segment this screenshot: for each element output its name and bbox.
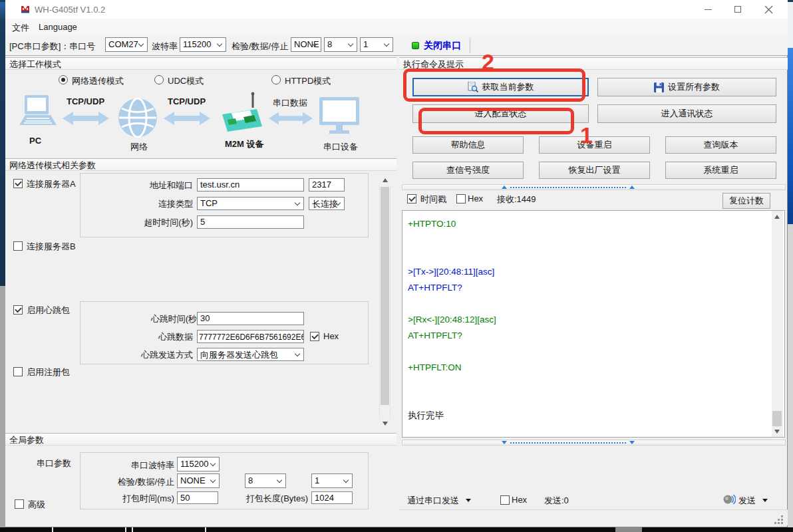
- dropdown-arrow-icon[interactable]: [466, 499, 471, 502]
- radio-udc-label[interactable]: UDC模式: [168, 75, 204, 87]
- log-line: [408, 248, 779, 264]
- tx-hex-label[interactable]: Hex: [512, 495, 527, 505]
- net-params-title: 网络透传模式相关参数: [9, 160, 96, 170]
- menu-file[interactable]: 文件: [12, 22, 29, 34]
- save-icon: [654, 82, 664, 92]
- register-checkbox[interactable]: [13, 367, 23, 376]
- server-b-label[interactable]: 连接服务器B: [27, 241, 76, 253]
- com-port-select[interactable]: COM27: [105, 37, 148, 52]
- maximize-icon: [734, 6, 741, 13]
- network-globe-icon: [117, 97, 158, 138]
- hb-hex-label[interactable]: Hex: [323, 331, 339, 341]
- server-port-input[interactable]: 2317: [309, 178, 345, 192]
- parity-select[interactable]: NONE: [291, 37, 321, 52]
- close-button[interactable]: [757, 2, 780, 17]
- send-dropdown-arrow-icon[interactable]: [762, 499, 768, 502]
- close-port-button[interactable]: 关闭串口: [424, 40, 461, 52]
- stopbits-select[interactable]: 1: [360, 37, 393, 52]
- left-scrollbar-down-button[interactable]: [379, 418, 391, 429]
- g-parity-select[interactable]: NONE: [177, 473, 220, 488]
- annotation-box-step2: [403, 68, 585, 102]
- log-scrollbar-up-button[interactable]: [772, 211, 782, 222]
- heartbeat-label[interactable]: 启用心跳包: [27, 305, 70, 317]
- log-line: [408, 344, 779, 360]
- speaker-icon: [722, 493, 736, 506]
- radio-udc-mode[interactable]: [154, 75, 164, 84]
- server-a-checkbox[interactable]: [13, 179, 23, 188]
- log-output[interactable]: +HTPTO:10 >[Tx->][20:48:11][asc]AT+HTPFL…: [402, 210, 785, 438]
- splitter-top-handle[interactable]: [502, 186, 635, 189]
- g-databits-select[interactable]: 8: [245, 473, 286, 488]
- signal-strength-label: 查信号强度: [446, 164, 490, 176]
- log-line: [408, 296, 779, 312]
- conn-type-label: 连接类型: [140, 198, 193, 210]
- menu-language[interactable]: Language: [39, 22, 77, 32]
- splitter-bottom-handle[interactable]: [502, 441, 635, 444]
- log-scrollbar-down-button[interactable]: [772, 426, 782, 437]
- global-params-title: 全局参数: [9, 435, 44, 445]
- pack-len-label: 打包长度(Bytes): [241, 493, 308, 505]
- advanced-checkbox[interactable]: [15, 499, 24, 509]
- maximize-button[interactable]: [726, 2, 749, 17]
- server-b-checkbox[interactable]: [13, 241, 23, 251]
- send-via-serial-dropdown[interactable]: 通过串口发送: [407, 495, 459, 507]
- conn-mode-select[interactable]: 长连接: [309, 197, 345, 210]
- factory-reset-button[interactable]: 恢复出厂设置: [539, 162, 650, 179]
- log-line: 执行完毕: [408, 408, 779, 424]
- log-line: [408, 392, 779, 408]
- databits-select[interactable]: 8: [324, 37, 357, 52]
- left-scrollbar-thumb[interactable]: [381, 187, 389, 405]
- server-addr-input[interactable]: test.usr.cn: [197, 178, 304, 192]
- parity-label: 检验/数据/停止: [232, 41, 288, 53]
- set-params-button[interactable]: 设置所有参数: [597, 78, 776, 96]
- register-label[interactable]: 启用注册包: [27, 366, 70, 378]
- hb-time-input[interactable]: 30: [197, 312, 304, 325]
- left-scrollbar-up-button[interactable]: [379, 174, 391, 186]
- diagram-pc-label: PC: [29, 136, 41, 146]
- advanced-label[interactable]: 高级: [28, 499, 45, 511]
- timestamp-label[interactable]: 时间戳: [420, 194, 446, 205]
- device-reboot-button[interactable]: 设备重启: [539, 136, 650, 154]
- radio-transparent-label[interactable]: 网络透传模式: [72, 75, 124, 87]
- timestamp-checkbox[interactable]: [407, 194, 416, 203]
- reset-counter-button[interactable]: 复位计数: [722, 193, 770, 209]
- hb-data-input[interactable]: 7777772E6D6F6B7561692E6: [197, 330, 304, 343]
- taskbar-tick: [132, 527, 133, 532]
- minimize-button[interactable]: [697, 2, 719, 17]
- system-reboot-button[interactable]: 系统重启: [665, 162, 776, 179]
- baud-select[interactable]: 115200: [180, 37, 226, 52]
- rx-hex-checkbox[interactable]: [456, 194, 466, 203]
- query-version-button[interactable]: 查询版本: [665, 136, 776, 154]
- log-scrollbar-thumb[interactable]: [772, 411, 782, 427]
- annotation-number-1: 1: [580, 122, 593, 148]
- taskbar-strip: [0, 527, 793, 532]
- help-button[interactable]: 帮助信息: [412, 136, 524, 154]
- resize-grip[interactable]: [781, 519, 783, 521]
- serial-params-label: 串口参数: [37, 458, 71, 469]
- timeout-input[interactable]: 5: [197, 215, 304, 229]
- radio-httpd-mode[interactable]: [271, 75, 281, 84]
- tx-hex-checkbox[interactable]: [500, 495, 510, 505]
- enter-comm-button[interactable]: 进入通讯状态: [597, 104, 776, 123]
- collapse-down-icon: [502, 441, 507, 444]
- conn-type-select[interactable]: TCP: [197, 197, 304, 210]
- scroll-down-icon: [774, 430, 780, 434]
- set-params-label: 设置所有参数: [668, 81, 720, 93]
- hb-hex-checkbox[interactable]: [310, 332, 319, 341]
- server-a-label[interactable]: 连接服务器A: [27, 178, 76, 190]
- splitter-dots: [510, 442, 626, 444]
- heartbeat-checkbox[interactable]: [13, 305, 23, 315]
- log-scrollbar-track[interactable]: [772, 211, 783, 437]
- hb-mode-select[interactable]: 向服务器发送心跳包: [197, 348, 304, 361]
- g-stopbits-select[interactable]: 1: [311, 473, 353, 488]
- pack-len-input[interactable]: 1024: [311, 491, 353, 504]
- send-button[interactable]: 发送: [738, 495, 756, 507]
- g-baud-select[interactable]: 115200: [177, 457, 220, 471]
- rx-hex-label[interactable]: Hex: [468, 194, 483, 203]
- radio-httpd-label[interactable]: HTTPD模式: [285, 75, 331, 87]
- pack-time-input[interactable]: 50: [177, 491, 218, 504]
- scroll-up-icon: [774, 215, 780, 219]
- radio-transparent-mode[interactable]: [59, 75, 68, 84]
- arrow-left-right-icon: [164, 110, 210, 126]
- signal-strength-button[interactable]: 查信号强度: [412, 162, 524, 179]
